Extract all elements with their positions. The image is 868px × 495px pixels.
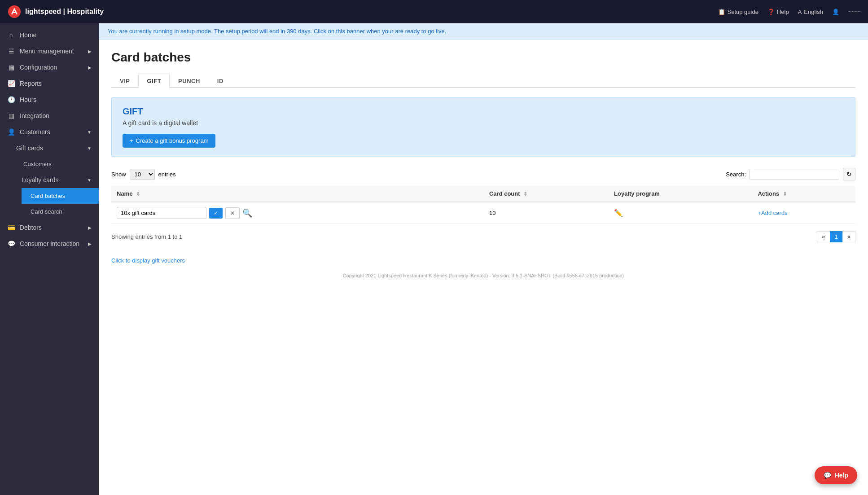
copyright-text: Copyright 2021 Lightspeed Restaurant K S… bbox=[343, 273, 624, 278]
display-gift-vouchers-link[interactable]: Click to display gift vouchers bbox=[111, 257, 185, 264]
sidebar-consumer-interaction-label: Consumer interaction bbox=[20, 240, 79, 247]
help-bubble-icon: 💬 bbox=[824, 472, 831, 479]
sidebar-item-card-batches[interactable]: Card batches bbox=[22, 188, 99, 204]
row-actions-cell: +Add cards bbox=[752, 202, 855, 224]
main-content: You are currently running in setup mode.… bbox=[99, 23, 868, 495]
table-row: ✓ ✕ 🔍 10 ✏️ +Ad bbox=[111, 202, 855, 224]
col-loyalty-program[interactable]: Loyalty program bbox=[609, 186, 752, 202]
row-card-count-cell: 10 bbox=[484, 202, 609, 224]
col-actions: Actions ⇕ bbox=[752, 186, 855, 202]
create-gift-bonus-button[interactable]: + Create a gift bonus program bbox=[123, 134, 215, 148]
pagination-info: Showing entries from 1 to 1 bbox=[111, 233, 182, 240]
home-icon: ⌂ bbox=[7, 31, 15, 39]
row-cancel-button[interactable]: ✕ bbox=[225, 207, 240, 219]
sidebar-integration-label: Integration bbox=[20, 112, 49, 119]
top-navigation: lightspeed | Hospitality 📋 Setup guide ❓… bbox=[0, 0, 868, 23]
sidebar-item-home-label: Home bbox=[20, 31, 36, 39]
add-cards-link[interactable]: +Add cards bbox=[758, 210, 787, 216]
help-bubble-label: Help bbox=[835, 472, 848, 479]
sidebar-item-home[interactable]: ⌂ Home bbox=[0, 27, 99, 43]
language-selector[interactable]: A English bbox=[798, 9, 823, 15]
sidebar-hours-label: Hours bbox=[20, 96, 36, 103]
setup-banner[interactable]: You are currently running in setup mode.… bbox=[99, 23, 868, 39]
pagination-area: Showing entries from 1 to 1 « 1 » bbox=[111, 231, 855, 242]
show-entries: Show 10 25 50 100 entries bbox=[111, 169, 176, 180]
table-header-row: Name ⇕ Card count ⇕ Loyalty program Acti… bbox=[111, 186, 855, 202]
help-icon: ❓ bbox=[767, 9, 775, 15]
sidebar-item-configuration[interactable]: ▦ Configuration ▶ bbox=[0, 59, 99, 75]
sort-card-count-icon: ⇕ bbox=[523, 191, 527, 197]
row-search-icon[interactable]: 🔍 bbox=[242, 208, 252, 218]
entries-label: entries bbox=[158, 171, 176, 178]
sidebar-menu-management-label: Menu management bbox=[20, 48, 74, 55]
debtors-icon: 💳 bbox=[7, 224, 15, 231]
refresh-button[interactable]: ↻ bbox=[843, 168, 855, 180]
pagination: « 1 » bbox=[817, 231, 855, 242]
sidebar-item-reports[interactable]: 📈 Reports bbox=[0, 75, 99, 92]
sidebar-item-menu-management[interactable]: ☰ Menu management ▶ bbox=[0, 43, 99, 59]
sort-actions-icon: ⇕ bbox=[783, 191, 787, 197]
sidebar-item-integration[interactable]: ▦ Integration bbox=[0, 108, 99, 124]
sidebar-item-consumer-interaction[interactable]: 💬 Consumer interaction ▶ bbox=[0, 236, 99, 252]
menu-management-icon: ☰ bbox=[7, 48, 15, 55]
entries-select[interactable]: 10 25 50 100 bbox=[130, 169, 155, 180]
user-profile-link[interactable]: 👤 bbox=[832, 9, 839, 15]
chevron-down-icon-3: ▼ bbox=[87, 178, 92, 183]
row-edit-loyalty-button[interactable]: ✏️ bbox=[614, 209, 623, 217]
setup-guide-icon: 📋 bbox=[718, 9, 725, 15]
col-name[interactable]: Name ⇕ bbox=[111, 186, 484, 202]
tab-id[interactable]: ID bbox=[209, 74, 232, 88]
row-name-actions: ✓ ✕ 🔍 bbox=[117, 207, 478, 219]
gift-info-description: A gift card is a digital wallet bbox=[123, 119, 844, 127]
row-name-input[interactable] bbox=[117, 207, 206, 219]
help-link[interactable]: ❓ Help bbox=[767, 9, 789, 15]
display-gift-vouchers-label: Click to display gift vouchers bbox=[111, 257, 185, 264]
tab-gift[interactable]: GIFT bbox=[138, 74, 170, 88]
setup-banner-message: You are currently running in setup mode.… bbox=[108, 28, 446, 35]
setup-guide-link[interactable]: 📋 Setup guide bbox=[718, 9, 758, 15]
search-input[interactable] bbox=[750, 169, 839, 180]
topnav-actions: 📋 Setup guide ❓ Help A English 👤 ~~~~ bbox=[718, 9, 861, 15]
tab-vip[interactable]: VIP bbox=[111, 74, 138, 88]
footer-link-section: Click to display gift vouchers bbox=[111, 257, 855, 264]
card-batches-table: Name ⇕ Card count ⇕ Loyalty program Acti… bbox=[111, 186, 855, 224]
customers-icon: 👤 bbox=[7, 128, 15, 136]
hours-icon: 🕐 bbox=[7, 96, 15, 103]
chevron-right-icon-2: ▶ bbox=[88, 65, 92, 70]
sidebar-card-search-label: Card search bbox=[31, 208, 62, 215]
brand-name: lightspeed | Hospitality bbox=[25, 8, 104, 16]
chevron-down-icon: ▼ bbox=[87, 130, 92, 135]
user-icon: 👤 bbox=[832, 9, 839, 15]
search-label: Search: bbox=[726, 171, 746, 178]
tab-punch[interactable]: PUNCH bbox=[170, 74, 209, 88]
tabs: VIP GIFT PUNCH ID bbox=[111, 74, 855, 88]
copyright: Copyright 2021 Lightspeed Restaurant K S… bbox=[111, 264, 855, 287]
row-loyalty-program-cell: ✏️ bbox=[609, 202, 752, 224]
row-name-cell: ✓ ✕ 🔍 bbox=[111, 202, 484, 224]
create-button-label: Create a gift bonus program bbox=[136, 137, 209, 144]
sidebar-item-loyalty-cards[interactable]: Loyalty cards ▼ bbox=[14, 172, 99, 188]
help-label: Help bbox=[777, 9, 789, 15]
sidebar-item-hours[interactable]: 🕐 Hours bbox=[0, 92, 99, 108]
sidebar-item-customers[interactable]: 👤 Customers ▼ bbox=[0, 124, 99, 140]
sidebar-gift-cards-label: Gift cards bbox=[16, 145, 43, 152]
sidebar-item-customers-sub[interactable]: Customers bbox=[14, 156, 99, 172]
pagination-prev[interactable]: « bbox=[817, 231, 830, 242]
help-bubble[interactable]: 💬 Help bbox=[815, 466, 857, 484]
sidebar-item-card-search[interactable]: Card search bbox=[22, 204, 99, 219]
page-title: Card batches bbox=[111, 50, 855, 65]
refresh-icon: ↻ bbox=[846, 171, 852, 178]
brand-logo[interactable]: lightspeed | Hospitality bbox=[7, 4, 104, 19]
add-icon: + bbox=[758, 210, 761, 216]
pagination-next[interactable]: » bbox=[842, 231, 855, 242]
chevron-right-icon-4: ▶ bbox=[88, 241, 92, 246]
sidebar-item-debtors[interactable]: 💳 Debtors ▶ bbox=[0, 219, 99, 236]
row-confirm-button[interactable]: ✓ bbox=[209, 208, 223, 219]
chevron-right-icon: ▶ bbox=[88, 49, 92, 54]
sidebar-item-gift-cards[interactable]: Gift cards ▼ bbox=[7, 140, 99, 156]
pagination-page-1[interactable]: 1 bbox=[830, 231, 843, 242]
language-label: English bbox=[804, 9, 823, 15]
sidebar-loyalty-cards-label: Loyalty cards bbox=[22, 176, 58, 184]
customers-children: Gift cards ▼ Customers Loyalty cards ▼ C… bbox=[0, 140, 99, 219]
col-card-count[interactable]: Card count ⇕ bbox=[484, 186, 609, 202]
